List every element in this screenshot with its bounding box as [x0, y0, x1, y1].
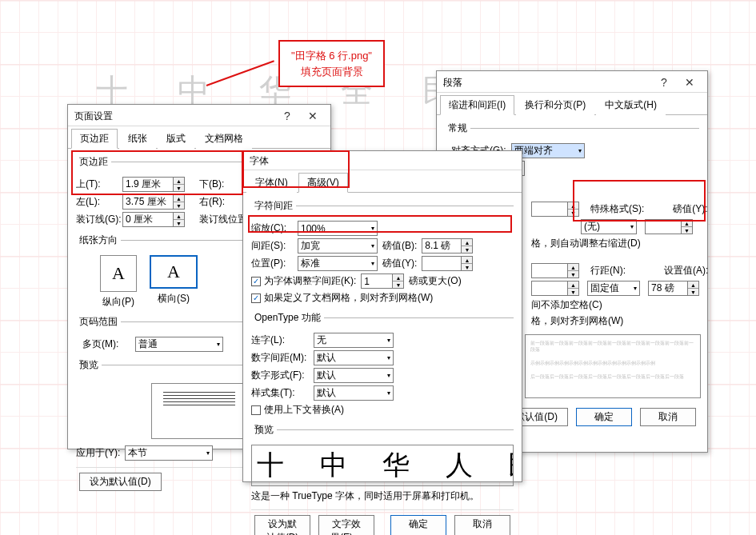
font-dialog-title: 字体	[250, 154, 517, 168]
spinner[interactable]: ▲▼	[174, 194, 185, 210]
spinner[interactable]: ▲▼	[174, 212, 185, 227]
cancel-button[interactable]: 取消	[640, 408, 696, 426]
help-button[interactable]: ?	[274, 108, 300, 124]
spacing-by-label: 磅值(B):	[382, 239, 417, 253]
font-preview: 十 中 华 人 民	[251, 445, 514, 486]
spinner[interactable]: ▲▼	[462, 256, 473, 271]
spinner[interactable]: ▲▼	[393, 273, 404, 289]
orientation-group-label: 纸张方向	[76, 234, 121, 247]
apply-to-label: 应用于(Y):	[76, 446, 120, 460]
preview-group-label: 预览	[251, 423, 277, 437]
at-label: 设置值(A):	[664, 264, 708, 277]
after-spacing-input[interactable]	[531, 281, 568, 296]
snap-grid-note: 格，则对齐到网格(W)	[531, 314, 623, 328]
multipage-select[interactable]: 普通▾	[135, 337, 223, 352]
no-space-note: 间不添加空格(C)	[531, 298, 602, 312]
by-label: 磅值(Y):	[673, 202, 707, 216]
spinner[interactable]: ▲▼	[568, 281, 579, 296]
top-margin-input[interactable]	[122, 177, 174, 192]
ligatures-select[interactable]: 无▾	[314, 333, 394, 348]
tab-asian-typography[interactable]: 中文版式(H)	[596, 95, 666, 115]
set-default-button[interactable]: 设为默认值(D)	[254, 515, 310, 535]
multipage-label: 多页(M):	[82, 337, 130, 351]
spinner[interactable]: ▲▼	[688, 281, 699, 296]
bottom-margin-label: 下(B):	[199, 178, 224, 191]
callout-line1: "田字格 6 行.png"	[291, 48, 372, 64]
kerning-unit-label: 磅或更大(O)	[409, 274, 461, 288]
set-default-button[interactable]: 设为默认值(D)	[79, 473, 162, 491]
tab-document-grid[interactable]: 文档网格	[196, 129, 252, 149]
orientation-landscape-button[interactable]: A	[150, 255, 198, 289]
help-button[interactable]: ?	[651, 74, 677, 90]
tab-layout[interactable]: 版式	[158, 129, 194, 149]
cancel-button[interactable]: 取消	[454, 515, 510, 535]
indent-left-input[interactable]	[531, 202, 568, 217]
position-label: 位置(P):	[251, 257, 293, 270]
spacing-by-input[interactable]	[422, 238, 462, 254]
number-spacing-select[interactable]: 默认▾	[314, 350, 394, 365]
orientation-portrait-button[interactable]: A	[100, 255, 137, 292]
number-forms-select[interactable]: 默认▾	[314, 368, 394, 383]
number-spacing-label: 数字间距(M):	[251, 351, 309, 365]
general-group-label: 常规	[445, 122, 470, 135]
spacing-label: 间距(S):	[251, 239, 293, 253]
spinner[interactable]: ▲▼	[568, 202, 579, 217]
close-button[interactable]: ✕	[300, 108, 326, 124]
close-button[interactable]: ✕	[677, 74, 702, 90]
char-spacing-group-label: 字符间距	[251, 199, 296, 213]
position-by-input[interactable]	[422, 256, 462, 271]
left-margin-label: 左(L):	[76, 195, 118, 209]
apply-to-select[interactable]: 本节▾	[125, 445, 213, 461]
margins-group-label: 页边距	[76, 155, 111, 169]
scale-select[interactable]: 100%▾	[298, 221, 378, 236]
spinner[interactable]: ▲▼	[174, 177, 185, 192]
position-by-label: 磅值(Y):	[382, 257, 417, 270]
position-select[interactable]: 标准▾	[298, 256, 378, 271]
ok-button[interactable]: 确定	[390, 515, 446, 535]
gutter-label: 装订线(G):	[76, 213, 118, 226]
stylistic-sets-select[interactable]: 默认▾	[314, 385, 394, 401]
page-setup-title: 页面设置	[74, 110, 274, 123]
mirror-indent-note: 格，则自动调整右缩进(D)	[531, 237, 641, 250]
contextual-alternates-checkbox[interactable]: 使用上下文替换(A)	[251, 403, 344, 417]
paragraph-preview: 前一段落前一段落前一段落前一段落前一段落前一段落前一段落前一段落前一段落 示例示…	[525, 334, 701, 398]
tab-advanced[interactable]: 高级(V)	[298, 173, 348, 193]
orientation-portrait-label: 纵向(P)	[102, 295, 134, 309]
gutter-input[interactable]	[122, 212, 174, 227]
preview-group-label: 预览	[76, 358, 102, 372]
opentype-group-label: OpenType 功能	[251, 311, 324, 325]
callout-line2: 填充页面背景	[291, 64, 372, 80]
line-spacing-select[interactable]: 固定值▾	[587, 281, 640, 296]
tab-line-page-breaks[interactable]: 换行和分页(P)	[516, 95, 594, 115]
gutter-position-label: 装订线位置	[199, 213, 247, 226]
spinner[interactable]: ▲▼	[682, 219, 693, 234]
kerning-value-input[interactable]	[361, 273, 393, 289]
special-format-select[interactable]: (无)▾	[581, 219, 637, 234]
snap-to-grid-checkbox[interactable]: ✓如果定义了文档网格，则对齐到网格(W)	[251, 291, 433, 305]
spinner[interactable]: ▲▼	[462, 238, 473, 254]
right-margin-label: 右(R):	[199, 195, 225, 209]
paragraph-title: 段落	[443, 76, 651, 90]
tab-margins[interactable]: 页边距	[71, 129, 118, 149]
text-effects-button[interactable]: 文字效果(E)…	[318, 515, 374, 535]
at-value-input[interactable]	[648, 281, 688, 296]
before-spacing-input[interactable]	[531, 263, 568, 278]
annotation-callout: "田字格 6 行.png" 填充页面背景	[278, 40, 385, 87]
page-setup-preview	[151, 383, 247, 439]
special-format-label: 特殊格式(S):	[590, 202, 644, 216]
tab-font[interactable]: 字体(N)	[246, 173, 297, 193]
scale-label: 缩放(C):	[251, 222, 293, 235]
spacing-select[interactable]: 加宽▾	[298, 238, 378, 254]
pages-group-label: 页码范围	[76, 315, 121, 329]
ok-button[interactable]: 确定	[576, 408, 632, 426]
kerning-checkbox[interactable]: ✓为字体调整字间距(K):	[251, 274, 356, 288]
stylistic-sets-label: 样式集(T):	[251, 386, 309, 400]
orientation-landscape-label: 横向(S)	[158, 292, 190, 305]
font-dialog: 字体 字体(N) 高级(V) 字符间距 缩放(C): 100%▾ 间距(S): …	[242, 150, 522, 482]
tab-indent-spacing[interactable]: 缩进和间距(I)	[440, 95, 514, 115]
tab-paper[interactable]: 纸张	[119, 129, 156, 149]
by-value-input[interactable]	[645, 219, 682, 234]
spinner[interactable]: ▲▼	[568, 263, 579, 278]
font-preview-note: 这是一种 TrueType 字体，同时适用于屏幕和打印机。	[251, 489, 514, 503]
left-margin-input[interactable]	[122, 194, 174, 210]
